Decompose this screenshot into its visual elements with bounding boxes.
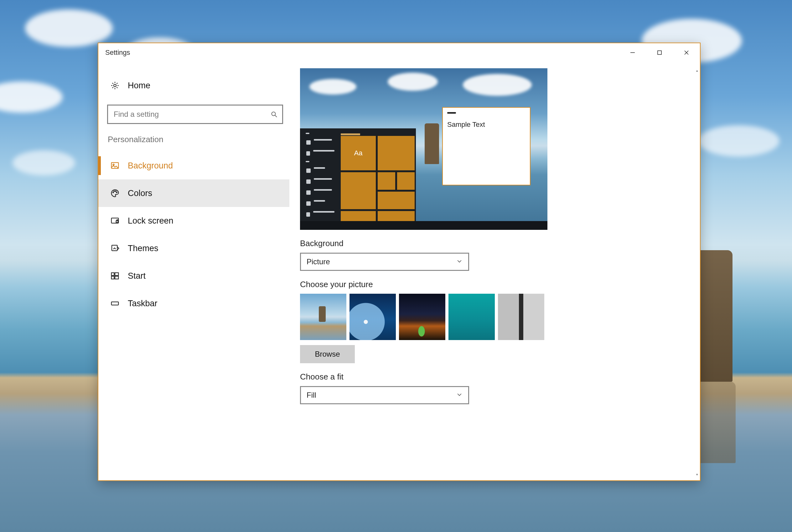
maximize-button[interactable] — [646, 43, 673, 62]
start-icon — [110, 270, 120, 281]
sidebar-item-label: Start — [128, 271, 146, 281]
minimize-button[interactable] — [619, 43, 646, 62]
close-button[interactable] — [673, 43, 700, 62]
browse-button[interactable]: Browse — [300, 345, 355, 363]
fit-label: Choose a fit — [300, 372, 687, 382]
preview-taskbar — [300, 221, 547, 230]
svg-rect-16 — [112, 273, 114, 276]
fit-value: Fill — [307, 391, 316, 400]
gear-icon — [110, 80, 120, 91]
picture-thumbnails — [300, 294, 687, 340]
picture-thumb-5[interactable] — [498, 294, 544, 340]
svg-rect-14 — [116, 221, 118, 223]
section-label: Personalization — [98, 135, 289, 152]
svg-point-10 — [114, 191, 115, 192]
svg-point-5 — [272, 112, 276, 116]
chevron-down-icon — [456, 391, 463, 400]
picture-thumb-4[interactable] — [449, 294, 495, 340]
svg-rect-20 — [112, 302, 119, 305]
svg-point-11 — [115, 191, 116, 192]
preview-startmenu: Aa — [300, 128, 416, 221]
svg-rect-19 — [115, 276, 118, 279]
theme-preview: Aa Sample Text — [300, 68, 547, 230]
svg-point-12 — [116, 192, 117, 193]
search-input[interactable] — [114, 110, 270, 119]
sidebar-item-background[interactable]: Background — [98, 152, 289, 179]
picture-thumb-3[interactable] — [399, 294, 445, 340]
palette-icon — [110, 188, 120, 198]
chevron-down-icon — [456, 258, 463, 266]
picture-icon — [110, 160, 120, 171]
sidebar-item-start[interactable]: Start — [98, 262, 289, 290]
content-area: Aa Sample Text Background Picture — [289, 62, 700, 480]
sample-text: Sample Text — [447, 120, 526, 129]
titlebar[interactable]: Settings — [98, 43, 700, 62]
background-dropdown[interactable]: Picture — [300, 253, 469, 271]
taskbar-icon — [110, 298, 120, 309]
settings-window: Settings Home — [98, 43, 701, 481]
themes-icon — [110, 243, 120, 254]
fit-dropdown[interactable]: Fill — [300, 386, 469, 404]
svg-point-9 — [113, 192, 114, 193]
svg-rect-1 — [658, 51, 661, 55]
picture-thumb-2[interactable] — [350, 294, 396, 340]
background-value: Picture — [307, 258, 330, 266]
lockscreen-icon — [110, 215, 120, 226]
svg-rect-17 — [115, 273, 118, 276]
sidebar: Home Personalization — [98, 62, 289, 480]
svg-point-8 — [113, 164, 114, 165]
scroll-down-icon[interactable]: ▾ — [695, 472, 699, 477]
svg-line-6 — [275, 115, 277, 117]
sidebar-item-label: Colors — [128, 189, 152, 198]
preview-tile-text: Aa — [341, 136, 376, 170]
sidebar-item-label: Lock screen — [128, 216, 173, 226]
choose-picture-label: Choose your picture — [300, 280, 687, 289]
search-box[interactable] — [107, 104, 283, 124]
sidebar-item-colors[interactable]: Colors — [98, 179, 289, 207]
sidebar-item-label: Background — [128, 161, 173, 171]
picture-thumb-1[interactable] — [300, 294, 346, 340]
svg-rect-18 — [112, 276, 114, 279]
sidebar-item-themes[interactable]: Themes — [98, 234, 289, 262]
sidebar-item-label: Taskbar — [128, 299, 157, 308]
background-label: Background — [300, 239, 687, 248]
scrollbar[interactable]: ▴ ▾ — [695, 68, 699, 477]
home-item[interactable]: Home — [98, 75, 289, 96]
window-title: Settings — [105, 49, 130, 57]
preview-sample-window: Sample Text — [442, 107, 530, 185]
scroll-up-icon[interactable]: ▴ — [695, 68, 699, 73]
home-label: Home — [128, 81, 150, 91]
sidebar-item-taskbar[interactable]: Taskbar — [98, 290, 289, 317]
sidebar-item-label: Themes — [128, 244, 158, 253]
search-icon — [270, 111, 278, 118]
sidebar-item-lockscreen[interactable]: Lock screen — [98, 207, 289, 234]
svg-point-4 — [114, 84, 116, 87]
